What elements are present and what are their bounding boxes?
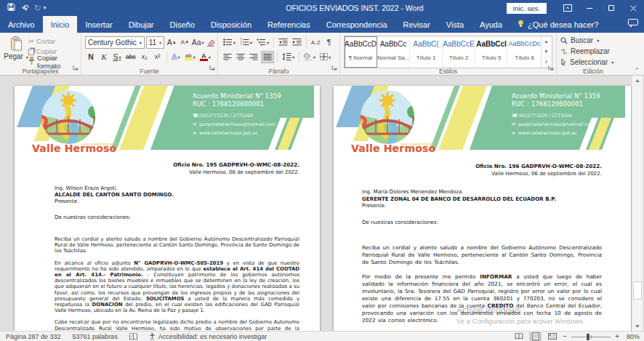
multilevel-list-icon[interactable]: ▾ (255, 36, 270, 49)
style-normal-sa[interactable]: AaBbCc Normal Sa... (377, 36, 410, 68)
read-mode-icon[interactable] (512, 332, 525, 341)
phone-icon: ☎ (193, 112, 199, 120)
scrollbar-thumb[interactable] (633, 281, 642, 300)
paste-button[interactable]: Pegar ▾ (4, 35, 28, 66)
word-count[interactable]: 53761 palabras (73, 333, 118, 340)
document-page-1[interactable]: Acuerdo Ministerial N° 1359 RUC : 176812… (15, 86, 320, 331)
styles-scroll-down-icon[interactable]: ▼ (542, 47, 551, 57)
accessibility-status[interactable]: Accesibilidad: es necesario investigar (149, 333, 267, 340)
style-normal[interactable]: AaBbCcD ¶ Normal (345, 36, 377, 68)
ribbon-display-options-icon[interactable] (557, 0, 579, 16)
tab-insertar[interactable]: Insertar (77, 16, 120, 33)
justify-icon[interactable] (261, 51, 274, 63)
web-icon: ➤ (512, 129, 518, 137)
bullets-icon[interactable]: ▾ (222, 36, 237, 49)
sort-icon[interactable]: A↓Z (310, 36, 321, 49)
highlight-color-bar (185, 58, 193, 60)
vertical-scrollbar[interactable] (632, 76, 643, 331)
change-case-button[interactable]: Aa▾ (192, 36, 204, 49)
tab-archivo[interactable]: Archivo (0, 16, 43, 33)
save-icon[interactable] (7, 3, 15, 13)
shading-icon[interactable]: ▾ (302, 51, 317, 63)
tab-revisar[interactable]: Revisar (395, 16, 438, 33)
email-icon: ✉ (512, 121, 518, 129)
style-titulo-6[interactable]: AaBbCcDc Título 6 (508, 36, 541, 68)
tab-inicio[interactable]: Inicio (43, 16, 78, 33)
print-layout-icon[interactable] (529, 332, 542, 341)
restore-button[interactable] (600, 0, 622, 16)
copy-icon (28, 49, 34, 55)
document-area: Acuerdo Ministerial N° 1359 RUC : 176812… (0, 76, 644, 331)
zoom-slider-thumb[interactable] (587, 334, 589, 340)
numbering-icon[interactable]: ▾ (238, 36, 254, 49)
replace-button[interactable]: Reemplazar (560, 46, 626, 57)
grow-font-button[interactable]: A▲ (166, 36, 177, 49)
comment-icon[interactable] (628, 19, 638, 29)
zoom-slider[interactable] (571, 332, 611, 341)
document-page-2[interactable]: Acuerdo Ministerial N° 1359 RUC : 176812… (334, 86, 631, 331)
tab-referencias[interactable]: Referencias (259, 16, 318, 33)
scroll-down-icon[interactable] (632, 321, 643, 331)
paragraph-marks-icon[interactable]: ¶ (323, 36, 335, 49)
borders-icon[interactable]: ▾ (318, 51, 332, 63)
style-titulo-1[interactable]: AaBbC( Título 1 (410, 36, 443, 68)
letterhead-acuerdo: Acuerdo Ministerial N° 1359 (512, 92, 621, 100)
oficio-number: Oficio Nro. 195 GADPRVH-O-WMC-08-2022. (55, 161, 299, 168)
superscript-button[interactable]: x² (152, 51, 164, 63)
web-layout-icon[interactable] (546, 332, 558, 341)
tab-ayuda[interactable]: Ayuda (472, 16, 510, 33)
find-button[interactable]: Buscar▾ (560, 35, 626, 46)
word-window: ↶▾ ↻ ▾ OFICIOS ENVIADOS INST. 2022 - Wor… (0, 0, 644, 341)
page-indicator[interactable]: Página 287 de 332 (6, 333, 61, 340)
bold-button[interactable]: N (85, 51, 97, 63)
underline-button[interactable]: S▾ (111, 51, 123, 63)
subscript-button[interactable]: x₂ (139, 51, 150, 63)
clear-formatting-button[interactable] (205, 36, 217, 49)
undo-icon[interactable]: ↶▾ (22, 3, 28, 13)
format-painter-button[interactable]: Copiar formato (28, 57, 77, 66)
select-button[interactable]: Seleccionar▾ (560, 57, 626, 68)
dialog-launcher-icon[interactable] (548, 60, 554, 73)
accessibility-icon (149, 333, 156, 340)
align-left-icon[interactable] (222, 51, 233, 63)
tab-diseno[interactable]: Diseño (162, 16, 203, 33)
line-spacing-icon[interactable]: ▾ (281, 51, 296, 63)
tab-correspondencia[interactable]: Correspondencia (318, 16, 395, 33)
close-button[interactable] (622, 0, 644, 16)
style-titulo-2[interactable]: AaBbCcE Título 2 (443, 36, 475, 68)
dialog-launcher-icon[interactable] (331, 60, 337, 73)
letter-paragraph: Cabe recalcar que por no encontrarse leg… (55, 319, 299, 331)
style-titulo-5[interactable]: AaBbCcI Título 5 (475, 36, 508, 68)
proofing-icon[interactable] (129, 333, 137, 340)
styles-scroll-up-icon[interactable]: ▲ (542, 36, 551, 47)
decrease-indent-icon[interactable] (277, 36, 289, 49)
font-family-combo[interactable]: Century Gothic▾ (85, 36, 145, 49)
align-right-icon[interactable] (248, 51, 259, 63)
dialog-launcher-icon[interactable] (209, 60, 215, 73)
increase-indent-icon[interactable] (291, 36, 303, 49)
scroll-up-icon[interactable] (632, 76, 643, 85)
tab-disposicion[interactable]: Disposición (203, 16, 259, 33)
minimize-button[interactable] (579, 0, 600, 16)
cut-button[interactable]: ✂ Cortar (28, 36, 77, 46)
zoom-out-icon[interactable]: − (563, 332, 567, 340)
tab-vista[interactable]: Vista (438, 16, 472, 33)
align-center-icon[interactable] (235, 51, 246, 63)
italic-button[interactable]: K (98, 51, 110, 63)
oficio-date: Valle Hermoso, 06 de septiembre del 2022… (55, 169, 299, 175)
zoom-in-icon[interactable]: + (615, 332, 619, 340)
highlight-color-button[interactable]: ab▾ (183, 51, 197, 63)
tell-me-box[interactable]: ¿Qué desea hacer? (510, 16, 605, 33)
collapse-ribbon-icon[interactable]: ⌃ (634, 67, 640, 74)
dialog-launcher-icon[interactable] (73, 60, 79, 73)
text-effects-button[interactable]: A▾ (170, 51, 182, 63)
salutation: De nuestras consideraciones: (55, 214, 299, 220)
tab-dibujar[interactable]: Dibujar (121, 16, 162, 33)
shrink-font-button[interactable]: A▼ (179, 36, 190, 49)
strikethrough-button[interactable]: abc (124, 51, 137, 63)
customize-qat-icon[interactable]: ▾ (44, 5, 47, 11)
font-size-combo[interactable]: 11▾ (146, 36, 164, 49)
sign-in-button[interactable]: Inic. ses. (507, 3, 547, 14)
group-fuente: Century Gothic▾ 11▾ A▲ A▼ Aa▾ N K S▾ abc… (81, 33, 218, 75)
zoom-level[interactable]: 80% (624, 333, 640, 340)
